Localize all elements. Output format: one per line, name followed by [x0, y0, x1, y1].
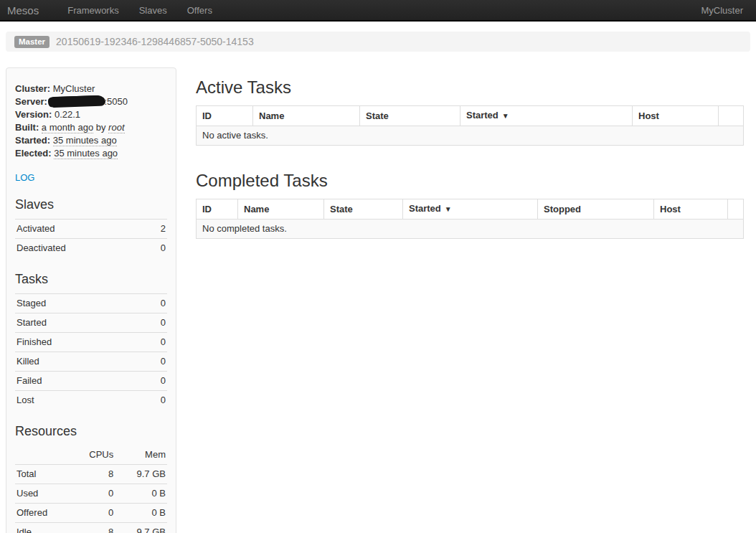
resources-stats-table: CPUs Mem Total 8 9.7 GB Used 0 0 B Offer…	[15, 445, 167, 533]
resources-header-cpus: CPUs	[70, 445, 115, 465]
log-link[interactable]: LOG	[15, 172, 34, 183]
table-row: Failed 0	[15, 372, 167, 391]
resources-total-mem: 9.7 GB	[115, 465, 167, 484]
table-row: Activated 2	[15, 220, 167, 239]
sort-desc-icon: ▼	[445, 205, 452, 213]
table-row: Deactivated 0	[15, 239, 167, 258]
active-col-host[interactable]: Host	[633, 106, 719, 126]
top-navbar: Mesos Frameworks Slaves Offers MyCluster	[0, 0, 756, 22]
completed-col-id[interactable]: ID	[197, 199, 238, 220]
active-tasks-section: Active Tasks ID Name State Started▼ Host	[196, 77, 743, 146]
slaves-stats-table: Activated 2 Deactivated 0	[15, 219, 167, 258]
table-header-row: ID Name State Started▼ Stopped Host	[197, 199, 744, 220]
info-started-value: 35 minutes ago	[53, 135, 117, 146]
table-row: Staged 0	[15, 294, 167, 313]
tasks-killed-value: 0	[141, 352, 167, 372]
server-address-redaction-blob	[49, 95, 104, 108]
resources-idle-cpus: 8	[70, 523, 115, 533]
tasks-finished-label: Finished	[15, 333, 141, 352]
tasks-finished-value: 0	[141, 333, 167, 352]
info-built: Built: a month ago by root	[15, 121, 167, 134]
resources-idle-label: Idle	[15, 523, 70, 533]
info-version-value: 0.22.1	[55, 109, 80, 120]
info-started: Started: 35 minutes ago	[15, 134, 167, 147]
table-row: Total 8 9.7 GB	[15, 465, 167, 484]
info-server: Server: :5050	[15, 95, 167, 108]
completed-col-host[interactable]: Host	[654, 199, 728, 220]
nav-item-slaves[interactable]: Slaves	[129, 5, 177, 16]
table-row: Used 0 0 B	[15, 484, 167, 504]
info-elected-value: 35 minutes ago	[54, 148, 118, 159]
info-version: Version: 0.22.1	[15, 108, 167, 121]
info-server-label: Server:	[15, 96, 47, 107]
slaves-activated-value: 2	[147, 220, 167, 239]
slaves-activated-label: Activated	[15, 220, 147, 239]
tasks-killed-label: Killed	[15, 352, 141, 372]
completed-col-actions	[728, 199, 744, 220]
table-row: Offered 0 0 B	[15, 504, 167, 523]
tasks-stats-table: Staged 0 Started 0 Finished 0 Killed 0 F…	[15, 293, 167, 410]
completed-tasks-table: ID Name State Started▼ Stopped Host No c…	[196, 199, 744, 239]
info-cluster-value: MyCluster	[53, 83, 95, 94]
table-row: Idle 8 9.7 GB	[15, 523, 167, 533]
active-col-state[interactable]: State	[360, 106, 460, 126]
resources-used-mem: 0 B	[115, 484, 167, 504]
completed-tasks-title: Completed Tasks	[196, 171, 743, 191]
active-col-started[interactable]: Started▼	[460, 106, 633, 126]
active-col-name[interactable]: Name	[253, 106, 360, 126]
nav-item-offers[interactable]: Offers	[177, 5, 222, 16]
resources-offered-cpus: 0	[70, 504, 115, 523]
info-built-by: by	[96, 122, 106, 133]
tasks-failed-label: Failed	[15, 372, 141, 391]
resources-idle-mem: 9.7 GB	[115, 523, 167, 533]
completed-col-name[interactable]: Name	[238, 199, 324, 220]
tasks-lost-value: 0	[141, 391, 167, 410]
completed-tasks-empty-message: No completed tasks.	[197, 220, 744, 239]
tasks-started-value: 0	[141, 313, 167, 333]
table-row: Finished 0	[15, 333, 167, 352]
tasks-failed-value: 0	[141, 372, 167, 391]
brand-mesos[interactable]: Mesos	[7, 4, 39, 16]
completed-col-started[interactable]: Started▼	[403, 199, 538, 220]
info-cluster-label: Cluster:	[15, 83, 50, 94]
resources-header-mem: Mem	[115, 445, 167, 465]
navbar-cluster-name: MyCluster	[701, 5, 749, 16]
table-row: Lost 0	[15, 391, 167, 410]
active-tasks-empty-message: No active tasks.	[197, 126, 744, 146]
info-elected: Elected: 35 minutes ago	[15, 147, 167, 160]
active-tasks-title: Active Tasks	[196, 77, 743, 98]
table-row: No completed tasks.	[197, 220, 744, 239]
tasks-started-label: Started	[15, 313, 141, 333]
completed-col-started-label: Started	[409, 203, 441, 214]
table-row: Killed 0	[15, 352, 167, 372]
sort-desc-icon: ▼	[502, 112, 509, 120]
completed-col-stopped[interactable]: Stopped	[538, 199, 654, 220]
info-built-user: root	[108, 122, 124, 133]
tasks-staged-label: Staged	[15, 294, 141, 313]
info-server-port: :5050	[104, 96, 128, 107]
tasks-lost-label: Lost	[15, 391, 141, 410]
table-row: CPUs Mem	[15, 445, 167, 465]
active-col-id[interactable]: ID	[197, 106, 253, 126]
master-info-list: Cluster: MyCluster Server: :5050 Version…	[15, 82, 167, 160]
table-row: Started 0	[15, 313, 167, 333]
resources-offered-label: Offered	[15, 504, 70, 523]
resources-section-title: Resources	[15, 423, 167, 439]
slaves-deactivated-value: 0	[147, 239, 167, 258]
master-info-panel: Cluster: MyCluster Server: :5050 Version…	[6, 67, 176, 533]
info-version-label: Version:	[15, 109, 52, 120]
slaves-deactivated-label: Deactivated	[15, 239, 147, 258]
tasks-staged-value: 0	[141, 294, 167, 313]
active-col-actions	[719, 106, 744, 126]
slaves-section-title: Slaves	[15, 197, 167, 212]
resources-total-cpus: 8	[70, 465, 115, 484]
info-cluster: Cluster: MyCluster	[15, 82, 167, 95]
completed-tasks-section: Completed Tasks ID Name State Started▼ S…	[196, 171, 743, 239]
resources-total-label: Total	[15, 465, 70, 484]
completed-col-state[interactable]: State	[324, 199, 403, 220]
table-header-row: ID Name State Started▼ Host	[197, 106, 744, 126]
resources-header-blank	[15, 445, 70, 465]
info-built-value: a month ago	[42, 122, 93, 133]
nav-item-frameworks[interactable]: Frameworks	[57, 5, 129, 16]
master-id: 20150619-192346-1298446857-5050-14153	[56, 36, 254, 47]
